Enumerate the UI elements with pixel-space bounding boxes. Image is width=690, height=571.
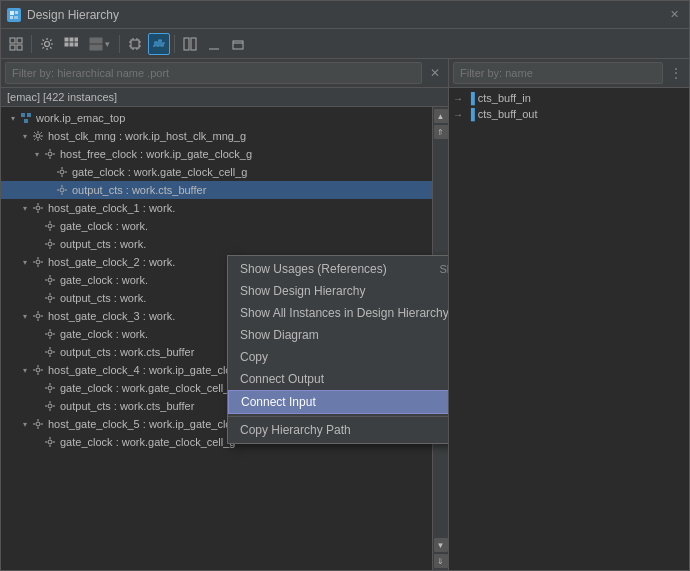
toolbar-wave-btn[interactable] [148,33,170,55]
svg-rect-29 [233,41,243,49]
expand-arrow[interactable]: ▾ [19,310,31,322]
menu-connect-output[interactable]: Connect Output [228,368,449,390]
svg-rect-1 [15,11,18,14]
svg-point-34 [36,134,40,138]
menu-show-usages[interactable]: Show Usages (References) Shift+Ctrl+G [228,258,449,280]
svg-rect-31 [21,113,25,117]
menu-item-label: Connect Output [240,372,324,386]
svg-rect-10 [70,38,73,41]
right-tree[interactable]: → ▐ cts_buff_in → ▐ cts_buff_out [449,88,689,570]
right-filter-btn[interactable]: ⋮ [667,64,685,82]
gear-icon [31,255,45,269]
expand-arrow[interactable]: ▾ [19,256,31,268]
gear-icon [31,309,45,323]
tree-item[interactable]: output_cts : work. [1,235,432,253]
spacer [31,328,43,340]
tree-item[interactable]: ▾ host_gate_clock_1 : work. [1,199,432,217]
spacer [31,238,43,250]
spacer [31,400,43,412]
gear-icon [31,417,45,431]
svg-point-50 [36,422,40,426]
tree-item[interactable]: gate_clock : work.gate_clock_cell_g [1,163,432,181]
menu-copy-hierarchy-path[interactable]: Copy Hierarchy Path [228,419,449,441]
gear-icon [43,327,57,341]
right-filter-bar: ⋮ [449,59,689,88]
expand-arrow[interactable]: ▾ [19,364,31,376]
tree-item-label: host_clk_mng : work.ip_host_clk_mng_g [48,130,246,142]
expand-arrow[interactable]: ▾ [19,130,31,142]
svg-point-49 [48,404,52,408]
svg-point-36 [60,170,64,174]
left-filter-bar: ✕ [1,59,448,88]
content-area: ✕ [emac] [422 instances] ▾ [1,59,689,570]
tree-item-label: host_gate_clock_4 : work.ip_gate_clock_g [48,364,255,376]
svg-point-38 [36,206,40,210]
menu-connect-input[interactable]: Connect Input [228,390,449,414]
right-tree-item[interactable]: → ▐ cts_buff_in [449,90,689,106]
tree-item-selected[interactable]: output_cts : work.cts_buffer [1,181,432,199]
expand-arrow[interactable]: ▾ [19,202,31,214]
svg-rect-2 [10,16,13,19]
menu-item-label: Connect Input [241,395,316,409]
scroll-up-btn[interactable]: ▲ [434,109,448,123]
gear-icon [31,363,45,377]
toolbar-chip-btn[interactable] [124,33,146,55]
tree-item[interactable]: ▾ work.ip_emac_top [1,109,432,127]
spacer [31,346,43,358]
menu-show-design-hierarchy[interactable]: Show Design Hierarchy Shift+F4 [228,280,449,302]
menu-copy[interactable]: Copy Ctrl+C [228,346,449,368]
toolbar-grid-btn[interactable] [60,33,82,55]
left-filter-clear[interactable]: ✕ [426,64,444,82]
svg-rect-17 [131,40,139,48]
gear-icon [43,291,57,305]
toolbar-split-btn[interactable] [179,33,201,55]
right-filter-input[interactable] [453,62,663,84]
tree-item[interactable]: ▾ host_free_clock : work.ip_gate_clock_g [1,145,432,163]
expand-arrow[interactable]: ▾ [19,418,31,430]
tree-item[interactable]: gate_clock : work. [1,217,432,235]
sep1 [31,35,32,53]
tree-item[interactable]: ▾ host_clk_mng : work.ip_host_clk_mng_g [1,127,432,145]
toolbar-gear-btn[interactable] [36,33,58,55]
gear-icon [43,381,57,395]
svg-rect-11 [75,38,78,41]
toolbar-layout-btn[interactable] [5,33,27,55]
main-window: Design Hierarchy ✕ [0,0,690,571]
svg-point-43 [48,296,52,300]
tree-item-label: output_cts : work.cts_buffer [60,346,194,358]
spacer [31,436,43,448]
right-tree-item[interactable]: → ▐ cts_buff_out [449,106,689,122]
gear-icon [43,237,57,251]
svg-rect-33 [24,119,28,123]
scroll-bottom-btn[interactable]: ⇓ [434,554,448,568]
gear-icon [31,201,45,215]
scroll-top-btn[interactable]: ⇑ [434,125,448,139]
spacer [43,166,55,178]
tree-item-label: output_cts : work. [60,238,146,250]
svg-rect-16 [90,45,102,50]
tree-item-label: output_cts : work.cts_buffer [60,400,194,412]
gear-icon [43,435,57,449]
svg-rect-12 [65,43,68,46]
gear-icon [43,399,57,413]
menu-show-all-instances[interactable]: Show All Instances in Design Hierarchy [228,302,449,324]
svg-rect-3 [14,16,18,19]
scroll-down-btn[interactable]: ▼ [434,538,448,552]
svg-point-42 [48,278,52,282]
spacer [31,382,43,394]
hierarchy-icon [19,111,33,125]
svg-rect-32 [27,113,31,117]
panel-header: [emac] [422 instances] [1,88,448,107]
expand-arrow[interactable]: ▾ [7,112,19,124]
expand-arrow[interactable]: ▾ [31,148,43,160]
gear-icon [43,273,57,287]
svg-rect-0 [10,11,14,15]
menu-show-diagram[interactable]: Show Diagram [228,324,449,346]
close-button[interactable]: ✕ [666,6,683,23]
toolbar-min-btn[interactable] [203,33,225,55]
toolbar: ▾ [1,29,689,59]
toolbar-max-btn[interactable] [227,33,249,55]
toolbar-layout-dropdown[interactable]: ▾ [84,35,115,53]
svg-point-41 [36,260,40,264]
left-filter-input[interactable] [5,62,422,84]
